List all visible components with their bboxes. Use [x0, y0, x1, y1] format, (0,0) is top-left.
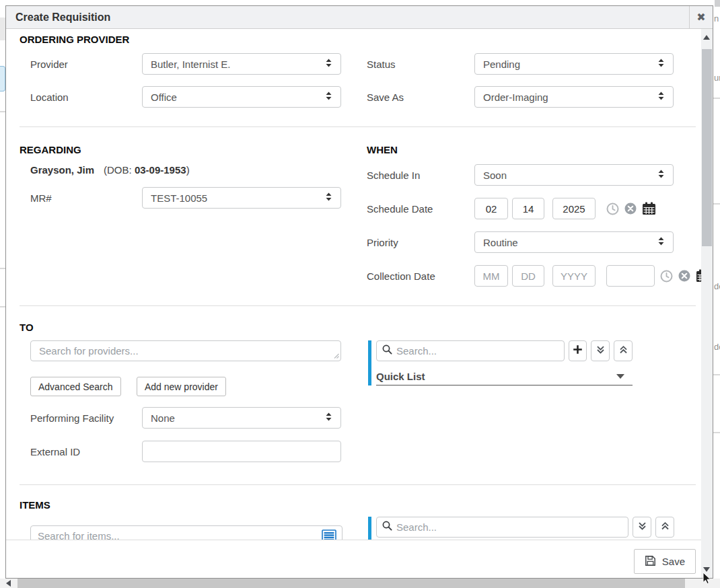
external-id-label: External ID: [30, 446, 142, 457]
horizontal-scrollbar-thumb[interactable]: [17, 579, 685, 588]
background-page-fragment: [713, 374, 720, 375]
external-id-input[interactable]: [142, 441, 341, 462]
quick-list-group[interactable]: Quick List: [376, 367, 633, 385]
save-label: Save: [662, 556, 685, 567]
section-divider: [20, 305, 696, 306]
advanced-search-button[interactable]: Advanced Search: [30, 377, 121, 396]
background-page-fragment: [0, 66, 5, 91]
scroll-up-arrow-icon[interactable]: [703, 35, 710, 40]
expand-all-button[interactable]: [591, 340, 610, 361]
section-divider: [20, 126, 696, 127]
modal-header: Create Requisition ✖: [6, 6, 713, 29]
section-divider: [20, 484, 696, 485]
collection-date-month-input[interactable]: [474, 265, 508, 287]
section-heading-ordering-provider: ORDERING PROVIDER: [20, 34, 698, 45]
close-button[interactable]: ✖: [689, 6, 713, 28]
collapse-all-button[interactable]: [614, 340, 633, 361]
select-arrow-icon: [656, 91, 666, 104]
collection-date-clear-icon[interactable]: [678, 270, 690, 282]
collection-date-time-input[interactable]: [606, 265, 655, 287]
double-chevron-down-icon: [638, 521, 647, 534]
patient-line: Grayson, Jim(DOB: 03-09-1953): [30, 164, 356, 176]
background-page-fragment: [0, 111, 5, 112]
mr-label: MR#: [30, 192, 142, 204]
select-arrow-icon: [656, 236, 666, 249]
schedule-in-select[interactable]: Soon: [474, 164, 674, 186]
item-quick-panel: [368, 517, 698, 540]
schedule-date-month-input[interactable]: [474, 198, 508, 219]
schedule-date-day-input[interactable]: [512, 198, 544, 219]
location-label: Location: [30, 91, 142, 103]
expand-all-button[interactable]: [633, 517, 651, 538]
collection-date-clock-icon[interactable]: [660, 270, 673, 283]
plus-icon: [573, 344, 583, 357]
provider-select[interactable]: Butler, Internist E.: [142, 53, 341, 75]
select-arrow-icon: [656, 169, 666, 182]
schedule-date-year-input[interactable]: [552, 198, 596, 219]
schedule-date-clock-icon[interactable]: [606, 203, 619, 215]
double-chevron-up-icon: [619, 345, 628, 357]
background-page-fragment: [0, 17, 5, 40]
background-page-fragment: n: [714, 13, 720, 24]
double-chevron-up-icon: [661, 521, 670, 534]
resize-grip-icon[interactable]: [333, 349, 339, 361]
modal-scroll-content: ORDERING PROVIDER Provider Butler, Inter…: [6, 29, 701, 540]
provider-quick-search-input[interactable]: [396, 345, 559, 357]
select-arrow-icon: [324, 192, 334, 205]
background-page-fragment: [0, 306, 5, 307]
search-icon: [382, 344, 392, 357]
background-page-fragment: [713, 98, 720, 99]
status-label: Status: [367, 59, 474, 70]
scrollbar-thumb[interactable]: [702, 49, 712, 246]
add-new-provider-button[interactable]: Add new provider: [137, 377, 226, 396]
mr-select[interactable]: TEST-10055: [142, 187, 341, 209]
background-page-fragment: [0, 268, 5, 269]
patient-dob: (DOB: 03-09-1953): [104, 164, 190, 176]
collection-date-calendar-icon[interactable]: [696, 269, 701, 283]
search-icon: [382, 521, 392, 534]
priority-select[interactable]: Routine: [474, 231, 674, 253]
collection-date-day-input[interactable]: [512, 265, 544, 287]
patient-name: Grayson, Jim: [30, 164, 94, 176]
collection-date-year-input[interactable]: [552, 265, 596, 287]
save-as-select[interactable]: Order-Imaging: [474, 86, 674, 108]
schedule-date-calendar-icon[interactable]: [642, 202, 656, 215]
modal-footer: Save: [6, 540, 701, 578]
background-page-fragment: ur: [714, 73, 720, 83]
priority-label: Priority: [367, 237, 474, 248]
save-disk-icon: [645, 555, 656, 568]
close-icon: ✖: [696, 11, 705, 24]
quick-list-label: Quick List: [376, 371, 425, 382]
scroll-left-arrow-icon[interactable]: [6, 580, 11, 587]
item-search-input[interactable]: [30, 525, 343, 540]
item-list-icon[interactable]: [322, 529, 336, 540]
provider-label: Provider: [30, 59, 142, 70]
save-button[interactable]: Save: [634, 549, 696, 574]
select-arrow-icon: [324, 91, 334, 104]
page-horizontal-scrollbar[interactable]: [0, 579, 720, 588]
select-arrow-icon: [324, 58, 334, 71]
add-provider-quick-button[interactable]: [569, 340, 587, 361]
create-requisition-modal: Create Requisition ✖ ORDERING PROVIDER P…: [5, 5, 713, 579]
modal-title: Create Requisition: [6, 6, 689, 28]
background-page-fragment: do: [714, 342, 720, 352]
provider-search-textarea[interactable]: [30, 340, 341, 361]
status-select[interactable]: Pending: [474, 53, 674, 75]
item-quick-search-input[interactable]: [396, 521, 622, 533]
background-page-fragment: [713, 203, 720, 205]
section-heading-when: WHEN: [367, 144, 701, 155]
performing-facility-label: Performing Facility: [30, 412, 142, 424]
performing-facility-select[interactable]: None: [142, 407, 341, 429]
modal-scrollbar[interactable]: [701, 29, 713, 578]
background-page-fragment: [715, 0, 720, 7]
schedule-date-clear-icon[interactable]: [624, 203, 637, 215]
collection-date-label: Collection Date: [367, 270, 474, 282]
provider-quick-panel: Quick List: [368, 340, 698, 385]
double-chevron-down-icon: [596, 345, 605, 357]
collapse-all-button[interactable]: [655, 517, 674, 538]
scroll-down-arrow-icon[interactable]: [703, 567, 710, 572]
select-arrow-icon: [324, 412, 334, 425]
provider-quick-search: [376, 340, 565, 361]
location-select[interactable]: Office: [142, 86, 341, 108]
section-heading-regarding: REGARDING: [20, 144, 356, 155]
